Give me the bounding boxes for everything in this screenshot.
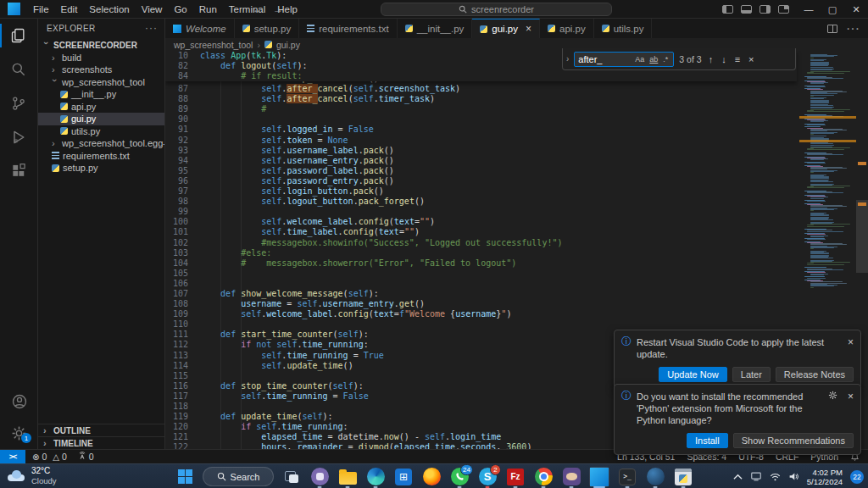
whatsapp-button[interactable]: 24 (449, 467, 470, 487)
activity-search[interactable] (0, 53, 38, 86)
settings-button[interactable]: 1 (0, 419, 38, 447)
error-count[interactable]: 0 (42, 452, 47, 462)
explorer-item-utils-py[interactable]: utils.py (38, 125, 164, 138)
menu-edit[interactable]: Edit (55, 4, 84, 14)
start-button[interactable] (175, 467, 195, 487)
file-explorer-button[interactable] (337, 467, 358, 487)
menu-view[interactable]: View (136, 4, 169, 14)
python-window-button[interactable] (673, 467, 693, 487)
ports-icon[interactable] (78, 452, 86, 462)
errors-icon[interactable]: ⊗ (32, 452, 39, 462)
explorer-item-wp-screenshot-tool[interactable]: ›wp_screenshot_tool (38, 76, 164, 89)
explorer-item-screenshots[interactable]: ›screenshots (38, 64, 164, 76)
code-line-107: 107 def show_welcome_message(self): (165, 289, 797, 299)
explorer-item-gui-py[interactable]: gui.py (38, 113, 164, 125)
install-button[interactable]: Install (687, 433, 728, 448)
tab-close-icon[interactable]: × (526, 23, 531, 35)
activity-extensions[interactable] (0, 154, 38, 188)
account-button[interactable] (0, 385, 38, 419)
tab--init-py[interactable]: __init__.py (398, 19, 473, 38)
show-recommendations-button[interactable]: Show Recommendations (733, 433, 854, 448)
firefox-button[interactable] (421, 467, 442, 487)
find-previous-icon[interactable]: ↑ (707, 54, 715, 64)
find-close-icon[interactable]: × (747, 54, 755, 64)
purple-mascot-app-button[interactable] (561, 467, 581, 487)
tab-setup-py[interactable]: setup.py (235, 19, 299, 38)
whole-word-icon[interactable]: ab (648, 55, 659, 64)
tab-gui-py[interactable]: gui.py× (472, 19, 540, 38)
menu-selection[interactable]: Selection (83, 4, 135, 14)
app-purple[interactable] (309, 467, 330, 487)
later-button[interactable]: Later (732, 367, 771, 382)
explorer-item-screenrecorder[interactable]: ›SCREENRECORDER (38, 39, 164, 52)
match-case-icon[interactable]: Aa (633, 55, 646, 64)
clock[interactable]: 4:02 PM 5/12/2024 (807, 468, 843, 486)
toggle-sidebar-icon[interactable] (722, 5, 733, 14)
menu-go[interactable]: Go (168, 4, 192, 14)
update-now-button[interactable]: Update Now (659, 367, 727, 382)
terminal-button[interactable]: >_ (617, 467, 637, 487)
chrome-button[interactable] (533, 467, 554, 487)
warning-count[interactable]: 0 (62, 452, 67, 462)
explorer-item-setup-py[interactable]: setup.py (38, 162, 164, 175)
tab-api-py[interactable]: api.py (540, 19, 594, 38)
find-expand-icon[interactable]: › (566, 54, 569, 64)
wifi-icon[interactable] (770, 473, 781, 481)
volume-icon[interactable] (788, 472, 799, 481)
explorer-actions-icon[interactable]: ··· (145, 22, 158, 34)
notification-close-icon[interactable]: × (848, 391, 854, 426)
menu-run[interactable]: Run (193, 4, 223, 14)
notification-count-badge[interactable]: 22 (850, 470, 864, 484)
account-icon (11, 393, 28, 410)
find-in-selection-icon[interactable]: ≡ (733, 54, 742, 64)
ports-count[interactable]: 0 (89, 452, 94, 462)
tab-requirements-txt[interactable]: requirements.txt (299, 19, 397, 38)
close-button[interactable]: ✕ (844, 0, 868, 19)
explorer-item-api-py[interactable]: api.py (38, 101, 164, 114)
tab-welcome[interactable]: Welcome (165, 19, 235, 38)
tab-utils-py[interactable]: utils.py (594, 19, 653, 38)
nav-back-icon[interactable]: ← (253, 3, 263, 15)
command-center-search[interactable]: screenrecorder (381, 3, 612, 16)
regex-icon[interactable]: .* (661, 55, 670, 64)
toggle-panel-icon[interactable] (741, 5, 752, 14)
notification-close-icon[interactable]: × (848, 336, 854, 360)
remote-indicator[interactable]: >< (0, 450, 25, 464)
taskbar-search[interactable]: Search (203, 467, 274, 486)
split-editor-icon[interactable] (827, 25, 837, 33)
weather-widget[interactable]: 32°C Cloudy (6, 466, 57, 485)
skype-button[interactable]: S 2 (477, 467, 498, 487)
tray-chevron-icon[interactable] (733, 474, 743, 480)
vscode-taskbar-button[interactable] (589, 467, 609, 487)
blue-app-button[interactable] (645, 467, 665, 487)
display-icon[interactable] (750, 472, 762, 481)
minimap-line (810, 286, 835, 286)
task-view-button[interactable] (281, 467, 302, 487)
find-input[interactable]: after_ Aa ab .* (574, 52, 674, 67)
explorer-item--init-py[interactable]: __init__.py (38, 88, 164, 101)
customize-layout-icon[interactable] (778, 5, 789, 14)
toggle-secondary-sidebar-icon[interactable] (760, 5, 771, 14)
scrollbar-thumb[interactable] (856, 200, 868, 273)
filezilla-button[interactable]: Fz (505, 467, 526, 487)
warnings-icon[interactable]: △ (53, 452, 59, 462)
explorer-item-wp-screenshot-tool-egg-info[interactable]: ›wp_screenshot_tool.egg-info (38, 137, 164, 150)
explorer-item-requirements-txt[interactable]: requirements.txt (38, 150, 164, 163)
microsoft-store-button[interactable]: ⊞ (393, 467, 414, 487)
release-notes-button[interactable]: Release Notes (776, 367, 854, 382)
nav-forward-icon[interactable]: → (273, 3, 283, 15)
notification-settings-icon[interactable] (828, 391, 837, 426)
find-next-icon[interactable]: ↓ (720, 54, 728, 64)
editor-more-actions-icon[interactable]: ··· (846, 21, 860, 36)
outline-panel[interactable]: ›OUTLINE (38, 424, 164, 436)
activity-run-debug[interactable] (0, 120, 38, 154)
timeline-panel[interactable]: ›TIMELINE (38, 436, 164, 449)
activity-explorer[interactable] (0, 19, 38, 53)
explorer-item-build[interactable]: ›build (38, 52, 164, 64)
minimize-button[interactable]: — (797, 0, 821, 19)
activity-source-control[interactable] (0, 86, 38, 120)
edge-button[interactable] (365, 467, 386, 487)
menu-file[interactable]: File (27, 4, 55, 14)
code-line-109: 109 self.welcome_label.config(text=f"Wel… (165, 309, 797, 319)
maximize-button[interactable]: ▢ (821, 0, 844, 19)
